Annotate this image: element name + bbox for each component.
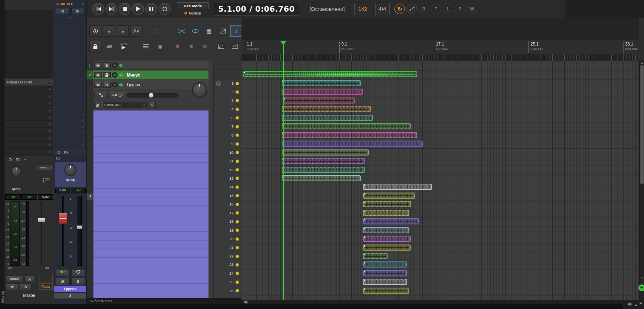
play-button[interactable] [132,3,144,15]
bpm-box[interactable]: 142 [354,3,371,15]
speaker-icon[interactable] [244,300,249,304]
time-signature-box[interactable]: 4/4 [375,3,390,15]
lane-row[interactable]: 11 [214,157,242,166]
add-fx-icon[interactable]: + [72,150,74,154]
lane-row[interactable]: 23 [214,261,242,269]
group-peak-readout[interactable]: -inf [71,188,86,193]
output-knob-icon[interactable] [47,80,52,85]
send-slot[interactable] [5,149,53,156]
track3-header[interactable]: M S Группа [93,80,208,89]
automation-t-button[interactable]: T [431,4,441,14]
audio-item[interactable] [363,236,411,242]
send-slot[interactable] [5,135,53,141]
lane-record-dot[interactable] [235,272,239,275]
track2-name[interactable]: Минус [127,73,140,77]
freeze-button-1[interactable]: ❄ [171,41,184,52]
track1-header[interactable]: M S [93,61,208,70]
lane-record-dot[interactable] [235,211,239,215]
lane-record-dot[interactable] [235,220,239,224]
audio-item[interactable] [282,123,411,129]
track3-input-select[interactable]: SPDIF IN L ◇ [102,102,147,108]
freeze-button-2[interactable]: ❄ [185,41,197,52]
master-fader[interactable] [30,201,53,266]
nudge-right-button[interactable]: » [117,25,129,37]
send-knob-icon[interactable] [81,113,85,117]
send-knob-icon[interactable] [81,119,85,123]
track1-number[interactable]: 1 [87,61,93,70]
send-slot[interactable] [5,86,53,93]
lane-row[interactable]: 17 [214,209,242,217]
master-pan-readout[interactable]: -inf [5,194,21,200]
audio-item[interactable] [363,184,432,190]
speaker-icon[interactable] [119,83,124,87]
master-solo-button[interactable]: S [20,284,32,290]
audio-item[interactable] [363,218,419,224]
folder-children-area[interactable] [93,110,208,298]
speaker-icon[interactable] [628,302,633,306]
track3-volume-slider[interactable] [126,93,178,97]
lane-record-dot[interactable] [235,263,239,267]
master-volume-readout[interactable]: 0.00 [38,194,53,200]
send-knob-icon[interactable] [48,129,52,133]
master-width-readout[interactable]: -inf [21,194,37,200]
send-knob-icon[interactable] [48,87,52,91]
send-slot[interactable] [5,100,53,107]
lane-record-dot[interactable] [235,176,239,180]
lane-record-dot[interactable] [235,99,239,102]
send-knob-icon[interactable] [48,143,52,147]
input-select-row[interactable]: SPDIF IN L ▼ [54,0,86,7]
master-mute-button[interactable]: M [6,284,18,290]
go-to-end-button[interactable] [105,3,118,15]
scroll-down-icon[interactable] [639,303,642,306]
speaker-icon[interactable] [119,63,124,68]
lane-row[interactable]: 21 [214,243,242,252]
ruler-mark[interactable]: 25.10:40.563 [528,41,543,53]
group-solo-button[interactable]: S [71,278,85,285]
zoom-in-button[interactable]: + [638,284,644,291]
stop-button[interactable] [119,3,131,15]
track2-header-selected[interactable]: M Минус [93,71,208,79]
lane-record-dot[interactable] [235,228,239,232]
settings-gear-button[interactable] [89,25,101,37]
lane-row[interactable]: 9 [214,140,242,148]
audio-item[interactable] [363,245,411,251]
scroll-down-icon[interactable]: ▼ [640,276,644,280]
draw-mode-button[interactable]: A [130,25,142,37]
envelope-panel-button[interactable] [217,25,229,37]
send-slot[interactable] [5,114,53,121]
track3-mute-button[interactable]: M [94,82,102,88]
send-slot[interactable] [5,142,53,149]
send-knob-icon[interactable] [81,125,85,129]
audio-item[interactable] [282,80,361,86]
lane-record-dot[interactable] [235,125,239,129]
audio-item[interactable] [282,167,365,173]
lane-record-dot[interactable] [235,116,239,120]
lane-row[interactable]: 6 [214,114,242,122]
lane-record-dot[interactable] [235,280,239,284]
go-to-start-button[interactable] [92,3,104,15]
freeze-button-3[interactable]: ❄ [199,41,211,52]
lane-record-dot[interactable] [235,82,239,85]
automation-p-button[interactable]: P [455,4,465,14]
ruler-mark[interactable]: 17.10:27.042 [434,41,448,53]
audio-item[interactable] [363,253,388,259]
master-strip-name[interactable]: Master [4,293,54,298]
master-io-box[interactable] [39,275,53,282]
audio-item[interactable] [282,106,371,112]
track3-number[interactable]: 3 [87,193,93,200]
track3-solo-button[interactable]: S [103,82,111,88]
volume-thumb[interactable] [149,93,154,98]
power-icon[interactable] [8,158,12,162]
audio-item[interactable] [282,132,417,138]
send-knob-icon[interactable] [48,94,52,98]
target-toggle-button[interactable]: ◎ [154,41,166,52]
play-cursor-marker[interactable] [280,41,287,48]
lane-row[interactable]: 7 [214,122,242,131]
audio-item[interactable] [283,97,355,104]
audio-item[interactable] [363,270,407,276]
timeline-ruler[interactable]: 1.10:00.0009.10:13.52117.10:27.04225.10:… [242,40,639,54]
group-volume-readout[interactable]: 0.00 [55,188,70,193]
lane-record-dot[interactable] [235,133,239,137]
lane-record-dot[interactable] [235,142,239,146]
send-knob-icon[interactable] [48,136,52,140]
